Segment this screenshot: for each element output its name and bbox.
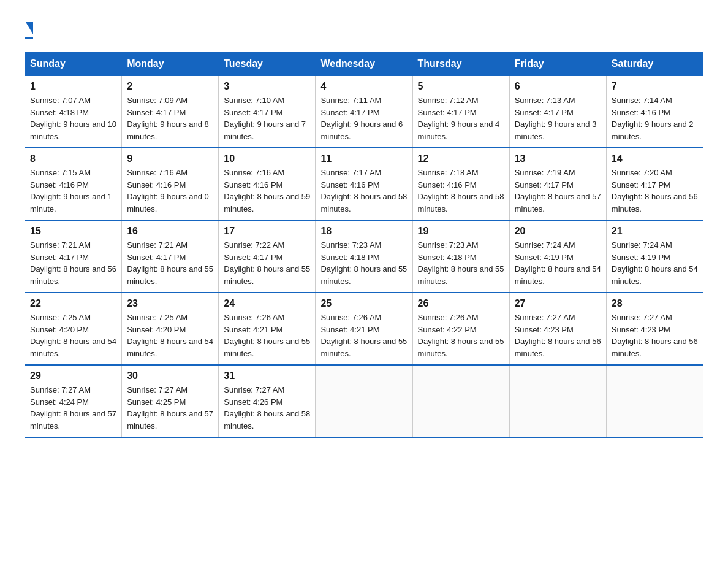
- day-info: Sunrise: 7:14 AMSunset: 4:16 PMDaylight:…: [612, 96, 694, 141]
- day-info: Sunrise: 7:17 AMSunset: 4:16 PMDaylight:…: [320, 168, 407, 213]
- table-row: 2 Sunrise: 7:09 AMSunset: 4:17 PMDayligh…: [122, 76, 219, 148]
- table-row: 18 Sunrise: 7:23 AMSunset: 4:18 PMDaylig…: [316, 220, 412, 293]
- day-number: 5: [418, 81, 504, 92]
- day-number: 15: [30, 226, 116, 237]
- table-row: 19 Sunrise: 7:23 AMSunset: 4:18 PMDaylig…: [412, 220, 509, 293]
- day-number: 25: [320, 298, 407, 309]
- day-number: 23: [127, 298, 213, 309]
- day-number: 26: [418, 298, 504, 309]
- day-info: Sunrise: 7:23 AMSunset: 4:18 PMDaylight:…: [320, 240, 407, 286]
- day-info: Sunrise: 7:24 AMSunset: 4:19 PMDaylight:…: [515, 240, 601, 286]
- calendar-table: SundayMondayTuesdayWednesdayThursdayFrid…: [25, 52, 703, 438]
- table-row: 5 Sunrise: 7:12 AMSunset: 4:17 PMDayligh…: [412, 76, 509, 148]
- day-number: 27: [515, 298, 601, 309]
- day-info: Sunrise: 7:18 AMSunset: 4:16 PMDaylight:…: [418, 168, 504, 213]
- day-number: 2: [127, 81, 213, 92]
- day-info: Sunrise: 7:16 AMSunset: 4:16 PMDaylight:…: [224, 168, 310, 213]
- day-info: Sunrise: 7:27 AMSunset: 4:25 PMDaylight:…: [127, 385, 213, 431]
- day-number: 19: [418, 226, 504, 237]
- table-row: 10 Sunrise: 7:16 AMSunset: 4:16 PMDaylig…: [219, 148, 316, 220]
- day-info: Sunrise: 7:26 AMSunset: 4:21 PMDaylight:…: [320, 313, 407, 358]
- table-row: [412, 365, 509, 437]
- day-info: Sunrise: 7:12 AMSunset: 4:17 PMDaylight:…: [418, 96, 500, 141]
- table-row: 11 Sunrise: 7:17 AMSunset: 4:16 PMDaylig…: [316, 148, 412, 220]
- week-row-4: 22 Sunrise: 7:25 AMSunset: 4:20 PMDaylig…: [25, 293, 703, 365]
- weekday-header-monday: Monday: [122, 52, 219, 76]
- table-row: [606, 365, 703, 437]
- day-number: 6: [515, 81, 601, 92]
- day-number: 28: [612, 298, 698, 309]
- table-row: 21 Sunrise: 7:24 AMSunset: 4:19 PMDaylig…: [606, 220, 703, 293]
- day-number: 29: [30, 370, 116, 381]
- day-info: Sunrise: 7:16 AMSunset: 4:16 PMDaylight:…: [127, 168, 209, 213]
- day-number: 13: [515, 153, 601, 164]
- day-info: Sunrise: 7:27 AMSunset: 4:24 PMDaylight:…: [30, 385, 116, 431]
- day-number: 4: [320, 81, 407, 92]
- table-row: 13 Sunrise: 7:19 AMSunset: 4:17 PMDaylig…: [509, 148, 606, 220]
- day-number: 18: [320, 226, 407, 237]
- day-info: Sunrise: 7:07 AMSunset: 4:18 PMDaylight:…: [30, 96, 116, 141]
- week-row-3: 15 Sunrise: 7:21 AMSunset: 4:17 PMDaylig…: [25, 220, 703, 293]
- day-number: 7: [612, 81, 698, 92]
- day-number: 3: [224, 81, 310, 92]
- day-info: Sunrise: 7:10 AMSunset: 4:17 PMDaylight:…: [224, 96, 306, 141]
- day-number: 20: [515, 226, 601, 237]
- weekday-header-tuesday: Tuesday: [219, 52, 316, 76]
- table-row: 27 Sunrise: 7:27 AMSunset: 4:23 PMDaylig…: [509, 293, 606, 365]
- table-row: 24 Sunrise: 7:26 AMSunset: 4:21 PMDaylig…: [219, 293, 316, 365]
- day-info: Sunrise: 7:27 AMSunset: 4:23 PMDaylight:…: [612, 313, 698, 358]
- table-row: 12 Sunrise: 7:18 AMSunset: 4:16 PMDaylig…: [412, 148, 509, 220]
- day-number: 24: [224, 298, 310, 309]
- table-row: [316, 365, 412, 437]
- day-info: Sunrise: 7:26 AMSunset: 4:22 PMDaylight:…: [418, 313, 504, 358]
- table-row: 1 Sunrise: 7:07 AMSunset: 4:18 PMDayligh…: [25, 76, 122, 148]
- day-info: Sunrise: 7:25 AMSunset: 4:20 PMDaylight:…: [127, 313, 213, 358]
- day-info: Sunrise: 7:15 AMSunset: 4:16 PMDaylight:…: [30, 168, 112, 213]
- day-number: 14: [612, 153, 698, 164]
- day-info: Sunrise: 7:21 AMSunset: 4:17 PMDaylight:…: [127, 240, 213, 286]
- day-info: Sunrise: 7:26 AMSunset: 4:21 PMDaylight:…: [224, 313, 310, 358]
- day-number: 12: [418, 153, 504, 164]
- logo-triangle-icon: [26, 22, 33, 34]
- table-row: 17 Sunrise: 7:22 AMSunset: 4:17 PMDaylig…: [219, 220, 316, 293]
- weekday-header-friday: Friday: [509, 52, 606, 76]
- day-number: 11: [320, 153, 407, 164]
- table-row: 9 Sunrise: 7:16 AMSunset: 4:16 PMDayligh…: [122, 148, 219, 220]
- day-number: 1: [30, 81, 116, 92]
- day-number: 8: [30, 153, 116, 164]
- day-info: Sunrise: 7:09 AMSunset: 4:17 PMDaylight:…: [127, 96, 209, 141]
- day-number: 21: [612, 226, 698, 237]
- weekday-header-wednesday: Wednesday: [316, 52, 412, 76]
- table-row: 6 Sunrise: 7:13 AMSunset: 4:17 PMDayligh…: [509, 76, 606, 148]
- day-number: 10: [224, 153, 310, 164]
- day-info: Sunrise: 7:20 AMSunset: 4:17 PMDaylight:…: [612, 168, 698, 213]
- day-info: Sunrise: 7:25 AMSunset: 4:20 PMDaylight:…: [30, 313, 116, 358]
- week-row-5: 29 Sunrise: 7:27 AMSunset: 4:24 PMDaylig…: [25, 365, 703, 437]
- table-row: 15 Sunrise: 7:21 AMSunset: 4:17 PMDaylig…: [25, 220, 122, 293]
- table-row: 7 Sunrise: 7:14 AMSunset: 4:16 PMDayligh…: [606, 76, 703, 148]
- day-info: Sunrise: 7:21 AMSunset: 4:17 PMDaylight:…: [30, 240, 116, 286]
- table-row: 16 Sunrise: 7:21 AMSunset: 4:17 PMDaylig…: [122, 220, 219, 293]
- day-info: Sunrise: 7:22 AMSunset: 4:17 PMDaylight:…: [224, 240, 310, 286]
- day-info: Sunrise: 7:19 AMSunset: 4:17 PMDaylight:…: [515, 168, 601, 213]
- table-row: 25 Sunrise: 7:26 AMSunset: 4:21 PMDaylig…: [316, 293, 412, 365]
- table-row: [509, 365, 606, 437]
- table-row: 29 Sunrise: 7:27 AMSunset: 4:24 PMDaylig…: [25, 365, 122, 437]
- day-info: Sunrise: 7:11 AMSunset: 4:17 PMDaylight:…: [320, 96, 403, 141]
- weekday-header-thursday: Thursday: [412, 52, 509, 76]
- logo-general-text: [25, 18, 33, 36]
- day-info: Sunrise: 7:27 AMSunset: 4:26 PMDaylight:…: [224, 385, 310, 431]
- day-number: 31: [224, 370, 310, 381]
- table-row: 31 Sunrise: 7:27 AMSunset: 4:26 PMDaylig…: [219, 365, 316, 437]
- week-row-1: 1 Sunrise: 7:07 AMSunset: 4:18 PMDayligh…: [25, 76, 703, 148]
- day-number: 22: [30, 298, 116, 309]
- weekday-header-row: SundayMondayTuesdayWednesdayThursdayFrid…: [25, 52, 703, 76]
- logo: [25, 18, 33, 39]
- logo-underline: [25, 37, 33, 39]
- table-row: 26 Sunrise: 7:26 AMSunset: 4:22 PMDaylig…: [412, 293, 509, 365]
- table-row: 4 Sunrise: 7:11 AMSunset: 4:17 PMDayligh…: [316, 76, 412, 148]
- day-info: Sunrise: 7:24 AMSunset: 4:19 PMDaylight:…: [612, 240, 698, 286]
- day-number: 17: [224, 226, 310, 237]
- table-row: 30 Sunrise: 7:27 AMSunset: 4:25 PMDaylig…: [122, 365, 219, 437]
- day-info: Sunrise: 7:27 AMSunset: 4:23 PMDaylight:…: [515, 313, 601, 358]
